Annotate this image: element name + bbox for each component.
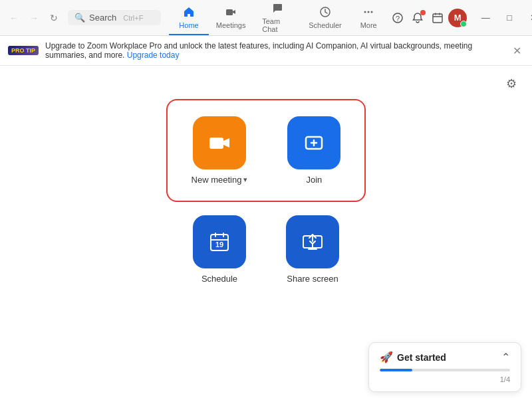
titlebar-right: ? M — □ ✕: [388, 9, 532, 27]
teamchat-icon: [271, 2, 283, 16]
join-label: Join: [307, 175, 323, 185]
progress-bar-track: [380, 369, 510, 371]
progress-bar-fill: [380, 369, 412, 371]
window-controls: — □ ✕: [473, 9, 532, 27]
tab-teamchat-label: Team Chat: [262, 17, 293, 33]
new-meeting-label: New meeting ▾: [192, 175, 248, 185]
schedule-button[interactable]: 19: [193, 215, 246, 268]
schedule-action[interactable]: 19 Schedule: [193, 215, 246, 284]
help-button[interactable]: ?: [388, 9, 407, 27]
svg-rect-8: [209, 138, 223, 149]
upgrade-link[interactable]: Upgrade today: [127, 50, 180, 60]
svg-point-2: [364, 11, 366, 13]
svg-text:19: 19: [215, 241, 223, 249]
tab-scheduler-label: Scheduler: [309, 21, 342, 29]
search-box[interactable]: 🔍 Search Ctrl+F: [68, 10, 161, 25]
progress-text: 1/4: [380, 375, 510, 383]
settings-button[interactable]: ⚙: [501, 74, 521, 94]
svg-point-3: [368, 11, 370, 13]
tab-home[interactable]: Home: [169, 0, 209, 35]
notifications-button[interactable]: [408, 9, 427, 27]
get-started-icon: 🚀: [380, 351, 393, 363]
search-label: Search: [89, 13, 116, 23]
svg-text:?: ?: [396, 14, 400, 22]
featured-actions-row: New meeting ▾ Join: [166, 99, 366, 202]
main-content: ⚙ New meeting ▾: [0, 66, 532, 398]
secondary-actions-row: 19 Schedule: [193, 215, 339, 284]
share-screen-button[interactable]: [286, 215, 339, 268]
svg-point-4: [371, 11, 373, 13]
back-button[interactable]: ←: [5, 9, 23, 27]
svg-rect-7: [433, 14, 442, 23]
tab-more[interactable]: More: [348, 0, 388, 35]
avatar-button[interactable]: M: [448, 9, 467, 27]
new-meeting-button[interactable]: [193, 116, 246, 169]
pro-tip-badge: PRO TIP: [8, 46, 39, 55]
search-icon: 🔍: [74, 13, 85, 23]
nav-buttons: ← → ↻: [5, 9, 63, 27]
new-meeting-action[interactable]: New meeting ▾: [192, 116, 248, 185]
svg-rect-0: [226, 9, 233, 15]
new-meeting-chevron: ▾: [243, 175, 247, 184]
search-shortcut: Ctrl+F: [123, 14, 143, 22]
pro-tip-banner: PRO TIP Upgrade to Zoom Workplace Pro an…: [0, 36, 532, 66]
join-button[interactable]: [287, 116, 340, 169]
pro-tip-text: Upgrade to Zoom Workplace Pro and unlock…: [45, 41, 505, 60]
tab-meetings-label: Meetings: [216, 21, 246, 29]
close-button[interactable]: ✕: [521, 9, 532, 27]
nav-tabs: Home Meetings Team Chat: [169, 0, 388, 35]
titlebar: ← → ↻ 🔍 Search Ctrl+F Home Meet: [0, 0, 532, 36]
forward-button[interactable]: →: [25, 9, 43, 27]
share-screen-label: Share screen: [287, 274, 338, 284]
more-icon: [362, 6, 374, 20]
get-started-panel: 🚀 Get started ⌃ 1/4: [368, 342, 521, 392]
scheduler-icon: [319, 6, 331, 20]
tab-teamchat[interactable]: Team Chat: [253, 0, 302, 35]
reload-button[interactable]: ↻: [45, 9, 63, 27]
maximize-button[interactable]: □: [497, 9, 521, 27]
tab-meetings[interactable]: Meetings: [209, 0, 253, 35]
minimize-button[interactable]: —: [473, 9, 497, 27]
tab-more-label: More: [360, 21, 377, 29]
get-started-header: 🚀 Get started ⌃: [380, 351, 510, 363]
notification-badge: [420, 10, 426, 15]
tab-scheduler[interactable]: Scheduler: [302, 0, 348, 35]
meetings-icon: [225, 6, 237, 20]
share-screen-action[interactable]: Share screen: [286, 215, 339, 284]
home-icon: [183, 6, 195, 20]
pro-tip-close-button[interactable]: ✕: [510, 45, 524, 57]
get-started-collapse-button[interactable]: ⌃: [501, 351, 510, 363]
calendar-sync-button[interactable]: [428, 9, 447, 27]
avatar-initial: M: [454, 13, 462, 23]
tab-home-label: Home: [179, 21, 198, 29]
schedule-label: Schedule: [201, 274, 237, 284]
settings-icon: ⚙: [506, 76, 517, 91]
get-started-title: 🚀 Get started: [380, 351, 446, 363]
join-action[interactable]: Join: [287, 116, 340, 185]
actions-grid: New meeting ▾ Join: [166, 99, 366, 284]
